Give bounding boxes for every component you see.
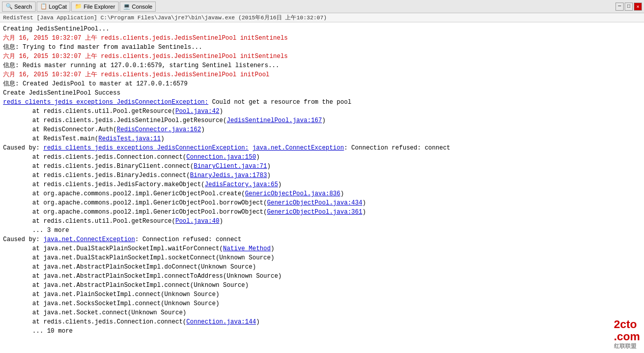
line-st-15: at java.net.AbstractPlainSocketImpl.doCo… (3, 262, 641, 272)
file-explorer-icon: 📁 (75, 3, 82, 10)
exception-link-1[interactable]: redis_clients_jedis_exceptions_JedisConn… (3, 99, 208, 106)
binary-jedis-link[interactable]: BinaryJedis.java:1783 (190, 172, 267, 179)
line-2: 六月 16, 2015 10:32:07 上午 redis.clients.je… (3, 34, 641, 43)
line-st-4: at RedisTest.main(RedisTest.java:11) (3, 134, 641, 143)
line-exception-1: redis_clients_jedis_exceptions_JedisConn… (3, 98, 641, 107)
binary-client-link[interactable]: BinaryClient.java:71 (193, 163, 267, 170)
line-st-10: at org.apache.commons.pool2.impl.Generic… (3, 198, 641, 208)
connection-link-144[interactable]: Connection.java:144 (186, 318, 256, 326)
line-st-11: at org.apache.commons.pool2.impl.Generic… (3, 208, 641, 217)
sentinel-pool-link[interactable]: JedisSentinelPool.java:167 (227, 117, 322, 124)
line-more-1: ... 3 more (3, 226, 641, 235)
toolbar: 🔍 Search 📋 LogCat 📁 File Explorer 💻 Cons… (0, 0, 644, 13)
watermark: 2cto .com 红联联盟 (614, 318, 640, 349)
connection-link-150[interactable]: Connection.java:150 (186, 154, 256, 161)
generic-pool-borrow-link-434[interactable]: GenericObjectPool.java:434 (267, 199, 362, 207)
line-st-18: at java.net.PlainSocketImpl.connect(Unkn… (3, 290, 641, 299)
line-st-7: at redis.clients.jedis.BinaryJedis.conne… (3, 171, 641, 180)
minimize-button[interactable]: ─ (615, 3, 624, 11)
window-controls: ─ □ ✕ (615, 3, 642, 11)
search-icon: 🔍 (6, 3, 13, 10)
console-output[interactable]: Creating JedisSentinelPool... 六月 16, 201… (0, 22, 644, 353)
line-st-20: at java.net.Socket.connect(Unknown Sourc… (3, 308, 641, 317)
line-st-17: at java.net.AbstractPlainSocketImpl.conn… (3, 281, 641, 290)
line-st-8: at redis.clients.jedis.JedisFactory.make… (3, 180, 641, 189)
line-st-14: at java.net.DualStackPlainSocketImpl.soc… (3, 253, 641, 262)
line-6: 六月 16, 2015 10:32:07 上午 redis.clients.je… (3, 70, 641, 79)
jedis-factory-link[interactable]: JedisFactory.java:65 (205, 181, 278, 188)
generic-pool-borrow-link-361[interactable]: GenericObjectPool.java:361 (267, 209, 362, 216)
close-button[interactable]: ✕ (634, 3, 642, 11)
pool-link-42[interactable]: Pool.java:42 (175, 108, 219, 115)
console-icon: 💻 (123, 3, 130, 10)
line-st-21: at redis.clients.jedis.Connection.connec… (3, 317, 641, 327)
connect-exception-link-1[interactable]: java.net.ConnectException (253, 144, 344, 152)
line-st-16: at java.net.AbstractPlainSocketImpl.conn… (3, 272, 641, 281)
line-more-2: ... 10 more (3, 327, 641, 336)
line-8: Create JedisSentinelPool Success (3, 89, 641, 98)
line-1: Creating JedisSentinelPool... (3, 24, 641, 34)
restore-button[interactable]: □ (625, 3, 633, 11)
line-st-3: at RedisConnector.Auth(RedisConnector.ja… (3, 125, 641, 134)
line-st-5: at redis.clients.jedis.Connection.connec… (3, 153, 641, 162)
logcat-icon: 📋 (40, 3, 47, 10)
logcat-toolbar-btn[interactable]: 📋 LogCat (37, 2, 70, 12)
eclipse-window: 🔍 Search 📋 LogCat 📁 File Explorer 💻 Cons… (0, 0, 644, 353)
line-caused-by-1: Caused by: redis_clients_jedis_exception… (3, 143, 641, 153)
line-st-9: at org.apache.commons.pool2.impl.Generic… (3, 189, 641, 198)
line-st-13: at java.net.DualStackPlainSocketImpl.wai… (3, 244, 641, 253)
line-5: 信息: Redis master running at 127.0.0.1:65… (3, 61, 641, 70)
line-7: 信息: Created JedisPool to master at 127.0… (3, 79, 641, 89)
java-connect-exception-link[interactable]: java.net.ConnectException (43, 236, 135, 243)
generic-pool-create-link[interactable]: GenericObjectPool.java:836 (245, 190, 340, 197)
native-method-link[interactable]: Native Method (223, 245, 271, 252)
caused-by-link-1[interactable]: redis_clients_jedis_exceptions_JedisConn… (43, 144, 248, 152)
line-st-19: at java.net.SocksSocketImpl.connect(Unkn… (3, 299, 641, 308)
line-st-6: at redis.clients.jedis.BinaryClient.conn… (3, 162, 641, 171)
pool-link-40[interactable]: Pool.java:40 (175, 218, 219, 225)
line-st-1: at redis.clients.util.Pool.getResource(P… (3, 107, 641, 116)
breadcrumb: RedisTest [Java Application] C:\Program … (0, 13, 644, 22)
line-st-2: at redis.clients.jedis.JedisSentinelPool… (3, 116, 641, 125)
line-caused-by-2: Caused by: java.net.ConnectException: Co… (3, 235, 641, 244)
line-4: 六月 16, 2015 10:32:07 上午 redis.clients.je… (3, 52, 641, 61)
search-toolbar-btn[interactable]: 🔍 Search (2, 2, 36, 12)
line-3: 信息: Trying to find master from available… (3, 43, 641, 52)
redis-connector-link[interactable]: RedisConnector.java:162 (117, 126, 201, 133)
console-toolbar-btn[interactable]: 💻 Console (120, 2, 156, 12)
file-explorer-toolbar-btn[interactable]: 📁 File Explorer (71, 2, 119, 12)
redis-test-main-link[interactable]: RedisTest.java:11 (98, 135, 160, 142)
line-st-12: at redis.clients.util.Pool.getResource(P… (3, 217, 641, 226)
